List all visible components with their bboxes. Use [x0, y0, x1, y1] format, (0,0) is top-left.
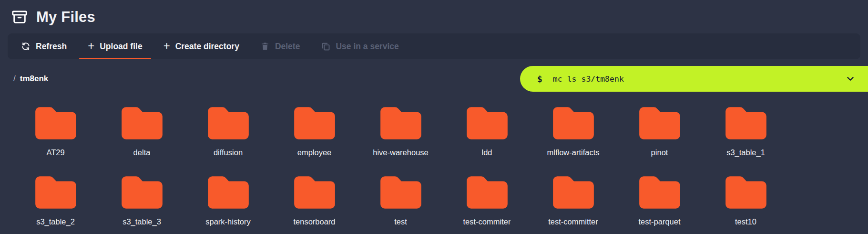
folder-icon	[204, 173, 253, 212]
folder-item[interactable]: delta	[99, 104, 185, 157]
use-in-service-label: Use in a service	[336, 42, 398, 52]
page-header: My Files	[0, 0, 868, 32]
folder-icon	[118, 173, 166, 212]
folder-name: test	[394, 217, 407, 226]
folder-name: employee	[297, 148, 332, 157]
breadcrumb: / tm8enk	[13, 74, 48, 84]
folder-item[interactable]: pinot	[616, 104, 703, 157]
path-row: / tm8enk $ mc ls s3/tm8enk	[13, 66, 868, 92]
folder-icon	[31, 104, 80, 142]
folder-icon	[463, 173, 511, 212]
folder-item[interactable]: spark-history	[185, 173, 271, 226]
folder-name: hive-warehouse	[373, 148, 428, 157]
folder-name: AT29	[46, 148, 64, 157]
folder-icon	[204, 104, 253, 142]
folder-icon	[377, 104, 425, 142]
plus-icon: +	[88, 40, 94, 52]
breadcrumb-current-dir[interactable]: tm8enk	[20, 74, 49, 84]
folder-name: s3_table_1	[726, 148, 765, 157]
folder-name: spark-history	[205, 217, 250, 226]
folder-icon	[290, 173, 339, 212]
breadcrumb-root[interactable]: /	[13, 74, 16, 84]
cli-command-text: mc ls s3/tm8enk	[553, 74, 835, 84]
refresh-label: Refresh	[36, 42, 67, 52]
folder-name: pinot	[651, 148, 668, 157]
folder-name: ldd	[481, 148, 492, 157]
folder-item[interactable]: diffusion	[185, 104, 271, 157]
folder-name: test-committer	[548, 217, 598, 226]
folder-name: test-commiter	[463, 217, 511, 226]
folder-item[interactable]: hive-warehouse	[357, 104, 444, 157]
upload-file-button[interactable]: + Upload file	[77, 33, 153, 59]
folder-name: test10	[735, 217, 756, 226]
folder-icon	[635, 173, 684, 212]
refresh-button[interactable]: Refresh	[10, 33, 77, 59]
folder-name: diffusion	[214, 148, 243, 157]
folder-item[interactable]: test	[357, 173, 444, 226]
chevron-down-icon[interactable]	[845, 74, 856, 84]
folder-icon	[549, 173, 598, 212]
folder-item[interactable]: s3_table_3	[99, 173, 185, 226]
cli-prompt-symbol: $	[537, 74, 542, 84]
folder-grid: AT29 delta diffusion employee	[12, 104, 868, 226]
folder-item[interactable]: test-parquet	[616, 173, 703, 226]
folder-item[interactable]: s3_table_2	[12, 173, 99, 226]
folder-item[interactable]: employee	[271, 104, 357, 157]
page-title: My Files	[36, 9, 95, 26]
folder-item[interactable]: s3_table_1	[703, 104, 789, 157]
folder-item[interactable]: test-committer	[530, 173, 616, 226]
folder-icon	[31, 173, 80, 212]
delete-button[interactable]: Delete	[250, 33, 311, 59]
copy-squares-icon	[321, 42, 330, 51]
folder-icon	[635, 104, 684, 142]
folder-icon	[377, 173, 425, 212]
folder-icon	[118, 104, 166, 142]
folder-item[interactable]: test-commiter	[444, 173, 530, 226]
file-toolbar: Refresh + Upload file + Create directory…	[8, 33, 860, 59]
archive-box-icon	[11, 9, 28, 25]
folder-name: test-parquet	[638, 217, 680, 226]
delete-label: Delete	[275, 42, 300, 52]
cli-command-pill[interactable]: $ mc ls s3/tm8enk	[520, 66, 868, 92]
folder-name: s3_table_2	[36, 217, 75, 226]
trash-icon	[260, 42, 270, 51]
create-directory-button[interactable]: + Create directory	[153, 33, 250, 59]
upload-file-label: Upload file	[100, 42, 142, 52]
use-in-service-button[interactable]: Use in a service	[310, 33, 409, 59]
active-tab-underline	[79, 58, 151, 59]
folder-item[interactable]: ldd	[444, 104, 530, 157]
plus-icon: +	[163, 40, 170, 52]
folder-item[interactable]: tensorboard	[271, 173, 357, 226]
folder-name: delta	[133, 148, 151, 157]
folder-icon	[549, 104, 598, 142]
folder-name: s3_table_3	[123, 217, 161, 226]
create-directory-label: Create directory	[175, 42, 239, 52]
folder-icon	[722, 104, 770, 142]
refresh-icon	[21, 42, 31, 51]
folder-name: mlflow-artifacts	[547, 148, 599, 157]
folder-item[interactable]: AT29	[12, 104, 99, 157]
folder-icon	[463, 104, 511, 142]
folder-icon	[722, 173, 770, 212]
folder-icon	[290, 104, 339, 142]
folder-name: tensorboard	[293, 217, 335, 226]
folder-item[interactable]: test10	[703, 173, 789, 226]
folder-item[interactable]: mlflow-artifacts	[530, 104, 616, 157]
